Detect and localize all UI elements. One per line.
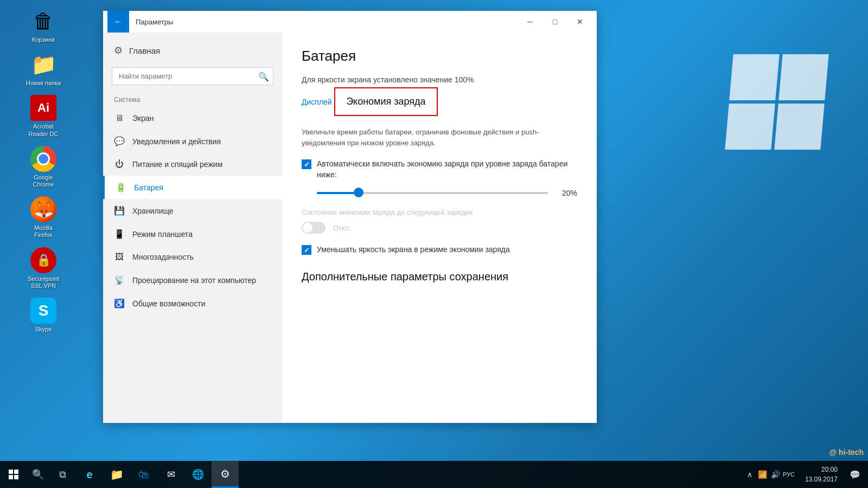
desktop-icon-skype[interactable]: S Skype xyxy=(22,295,65,336)
edge-pin[interactable]: e xyxy=(76,461,103,488)
multitask-icon: 🖼 xyxy=(114,252,125,262)
clock[interactable]: 20:00 13.09.2017 xyxy=(799,465,844,484)
vpn-icon: 🔒 xyxy=(30,247,56,273)
store-pin[interactable]: 🛍 xyxy=(130,461,157,488)
sidebar-item-storage[interactable]: 💾 Хранилище xyxy=(103,199,282,222)
notifications-icon: 💬 xyxy=(114,136,125,146)
auto-enable-label: Автоматически включать экономию заряда п… xyxy=(317,159,577,180)
close-button[interactable]: ✕ xyxy=(567,11,592,33)
tablet-icon: 📱 xyxy=(114,229,125,239)
battery-saver-button[interactable]: Экономия заряда xyxy=(334,87,438,116)
vpn-label: Securepoint SSL VPN xyxy=(24,275,62,290)
disabled-section: Состояние экономии заряда до следующей з… xyxy=(302,208,577,234)
desktop-icon-acrobat[interactable]: Ai Acrobat Reader DC xyxy=(22,92,65,140)
explorer-pin[interactable]: 📁 xyxy=(103,461,130,488)
battery-saver-desc: Увеличьте время работы батареи, ограничи… xyxy=(302,127,577,148)
toggle-row: Откл. xyxy=(302,222,577,234)
mail-pin[interactable]: ✉ xyxy=(157,461,184,488)
taskbar: 🔍 ⧉ e 📁 🛍 ✉ 🌐 ⚙ xyxy=(0,461,868,488)
search-taskbar-icon: 🔍 xyxy=(32,468,44,480)
sidebar-item-screen[interactable]: 🖥 Экран xyxy=(103,107,282,130)
desktop-icon-vpn[interactable]: 🔒 Securepoint SSL VPN xyxy=(22,245,65,292)
clock-date: 13.09.2017 xyxy=(805,474,838,484)
lang-label: РУС xyxy=(783,471,795,478)
display-link[interactable]: Дисплей xyxy=(302,98,332,106)
settings-body: ⚙ Главная 🔍 Система 🖥 Экран 💬 Уведомлени… xyxy=(103,33,597,423)
network-tray-icon[interactable]: 📶 xyxy=(757,469,768,480)
desktop: 🗑 Корзина 📁 Новая папка Ai Acrobat Reade… xyxy=(0,0,868,488)
toggle-off-label: Откл. xyxy=(333,224,351,232)
store-icon: 🛍 xyxy=(138,468,149,481)
task-view-button[interactable]: ⧉ xyxy=(49,461,76,488)
accessibility-icon: ♿ xyxy=(114,298,125,309)
sidebar-item-notifications[interactable]: 💬 Уведомления и действия xyxy=(103,130,282,153)
windows-logo-decoration xyxy=(729,54,825,150)
storage-icon: 💾 xyxy=(114,206,125,216)
desktop-icon-chrome[interactable]: Google Chrome xyxy=(22,143,65,191)
accessibility-label: Общие возможности xyxy=(132,299,206,308)
reduce-brightness-checkbox[interactable] xyxy=(302,245,311,255)
sidebar-section-label: Система xyxy=(103,89,282,107)
battery-saver-title: Экономия заряда xyxy=(346,96,426,107)
search-input[interactable] xyxy=(112,67,273,85)
settings-sidebar: ⚙ Главная 🔍 Система 🖥 Экран 💬 Уведомлени… xyxy=(103,33,282,423)
sidebar-item-power[interactable]: ⏻ Питание и спящий режим xyxy=(103,153,282,176)
acrobat-label: Acrobat Reader DC xyxy=(24,123,62,137)
power-label: Питание и спящий режим xyxy=(132,160,222,169)
additional-settings-title: Дополнительные параметры сохранения xyxy=(302,271,577,283)
taskbar-pinned-apps: e 📁 🛍 ✉ 🌐 ⚙ xyxy=(76,461,239,488)
back-button[interactable]: ← xyxy=(107,11,129,33)
battery-label: Батарея xyxy=(134,183,163,192)
mail-icon: ✉ xyxy=(167,468,175,480)
desktop-icon-folder[interactable]: 📁 Новая папка xyxy=(22,49,65,89)
slider-thumb[interactable] xyxy=(354,188,363,197)
network-pin[interactable]: 🌐 xyxy=(184,461,212,488)
auto-enable-checkbox[interactable] xyxy=(302,159,311,169)
desktop-icon-recycle[interactable]: 🗑 Корзина xyxy=(22,5,65,46)
power-icon: ⏻ xyxy=(114,159,125,169)
desktop-icon-firefox[interactable]: 🦊 Mozilla Firefox xyxy=(22,194,65,241)
settings-taskbar-icon: ⚙ xyxy=(220,467,230,480)
minimize-button[interactable]: ─ xyxy=(518,11,542,33)
sidebar-item-multitask[interactable]: 🖼 Многозадачность xyxy=(103,246,282,268)
acrobat-icon: Ai xyxy=(30,95,56,121)
notification-button[interactable]: 💬 xyxy=(844,461,866,488)
notification-icon: 💬 xyxy=(850,470,860,480)
taskbar-right: ∧ 📶 🔊 РУС 20:00 13.09.2017 💬 xyxy=(740,461,868,488)
volume-tray-icon[interactable]: 🔊 xyxy=(770,469,781,480)
screen-icon: 🖥 xyxy=(114,113,125,123)
sidebar-item-accessibility[interactable]: ♿ Общие возможности xyxy=(103,292,282,315)
skype-icon: S xyxy=(30,298,56,324)
folder-icon: 📁 xyxy=(30,52,56,78)
taskbar-search-button[interactable]: 🔍 xyxy=(27,461,49,488)
auto-enable-checkbox-row: Автоматически включать экономию заряда п… xyxy=(302,159,577,180)
maximize-button[interactable]: □ xyxy=(542,11,567,33)
project-icon: 📡 xyxy=(114,275,125,285)
settings-pin[interactable]: ⚙ xyxy=(212,461,239,488)
sidebar-item-tablet[interactable]: 📱 Режим планшета xyxy=(103,222,282,246)
battery-icon: 🔋 xyxy=(116,182,126,192)
sidebar-item-battery[interactable]: 🔋 Батарея xyxy=(103,176,282,199)
task-view-icon: ⧉ xyxy=(59,469,66,480)
skype-label: Skype xyxy=(35,326,52,333)
search-box: 🔍 xyxy=(112,67,273,85)
explorer-icon: 📁 xyxy=(110,468,124,481)
storage-label: Хранилище xyxy=(132,207,174,215)
settings-window: ← Параметры ─ □ ✕ ⚙ Главная 🔍 xyxy=(103,11,597,423)
tray-arrow[interactable]: ∧ xyxy=(744,469,755,480)
sidebar-item-home[interactable]: ⚙ Главная xyxy=(103,38,282,63)
notifications-label: Уведомления и действия xyxy=(132,137,221,146)
search-icon: 🔍 xyxy=(258,71,269,81)
sidebar-item-project[interactable]: 📡 Проецирование на этот компьютер xyxy=(103,268,282,292)
home-label: Главная xyxy=(129,46,160,55)
battery-slider-track xyxy=(317,192,548,194)
windows-start-icon xyxy=(9,470,18,479)
watermark: @ hi-tech xyxy=(829,448,864,457)
lang-tray[interactable]: РУС xyxy=(783,469,794,480)
screen-label: Экран xyxy=(132,114,154,123)
window-title: Параметры xyxy=(129,18,518,26)
chrome-icon xyxy=(30,146,56,172)
start-button[interactable] xyxy=(0,461,27,488)
reduce-brightness-checkbox-row: Уменьшать яркость экрана в режиме эконом… xyxy=(302,245,577,255)
brightness-info: Для яркости экрана установлено значение … xyxy=(302,75,577,84)
